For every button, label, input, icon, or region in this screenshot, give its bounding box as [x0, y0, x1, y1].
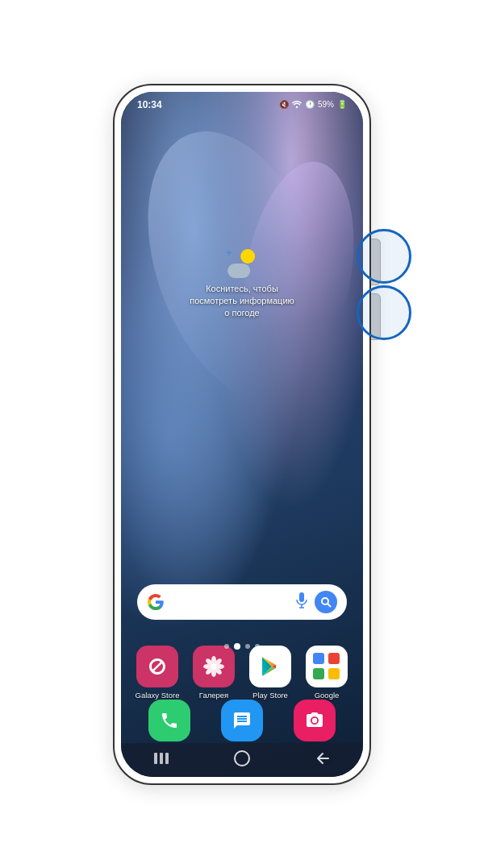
play-store-icon — [249, 646, 291, 687]
search-bar[interactable] — [137, 584, 347, 620]
nav-home-icon[interactable] — [234, 750, 250, 770]
volume-up-annotation-circle — [357, 229, 411, 284]
app-grid: Galaxy Store — [129, 646, 355, 700]
svg-point-4 — [322, 598, 328, 604]
galaxy-store-icon — [136, 646, 178, 687]
app-item-google[interactable]: Google — [301, 646, 353, 700]
svg-rect-1 — [299, 592, 304, 602]
google-apps-icon — [306, 646, 348, 687]
gallery-icon — [193, 646, 235, 687]
app-item-galaxy-store[interactable]: Galaxy Store — [131, 646, 183, 700]
dock — [133, 700, 351, 741]
svg-point-15 — [312, 717, 317, 722]
weather-text: Коснитесь, чтобы посмотреть информацию о… — [190, 283, 294, 320]
nav-bar — [121, 743, 363, 777]
page-dot-4 — [255, 644, 260, 649]
phone-screen: 10:34 🔇 🕐 59% 🔋 — [121, 92, 363, 777]
google-logo — [147, 593, 165, 611]
page-indicators — [224, 643, 260, 650]
status-bar: 10:34 🔇 🕐 59% 🔋 — [121, 92, 363, 118]
battery-indicator: 59% — [318, 100, 334, 109]
status-icons: 🔇 🕐 59% 🔋 — [279, 100, 347, 110]
volume-down-annotation-circle — [357, 285, 411, 340]
svg-rect-18 — [165, 753, 169, 764]
svg-rect-17 — [160, 753, 163, 764]
google-lens-icon[interactable] — [315, 591, 337, 613]
svg-point-0 — [296, 106, 298, 107]
alarm-icon: 🕐 — [305, 100, 315, 109]
mute-icon: 🔇 — [279, 100, 289, 109]
status-time: 10:34 — [137, 99, 162, 110]
dock-app-camera[interactable] — [294, 700, 336, 741]
galaxy-store-label: Galaxy Store — [136, 691, 180, 700]
weather-icon: + — [227, 249, 257, 278]
phone-shell: 10:34 🔇 🕐 59% 🔋 — [113, 84, 371, 785]
page-dot-3 — [245, 644, 250, 649]
dock-app-phone[interactable] — [148, 700, 190, 741]
gallery-label: Галерея — [199, 691, 228, 700]
page-container: 10:34 🔇 🕐 59% 🔋 — [0, 0, 484, 868]
play-store-label: Play Store — [252, 691, 288, 700]
app-item-play-store[interactable]: Play Store — [244, 646, 296, 700]
nav-back-icon[interactable] — [315, 752, 330, 768]
google-label: Google — [315, 691, 340, 700]
weather-widget[interactable]: + Коснитесь, чтобы посмотреть информацию… — [190, 249, 294, 320]
app-item-gallery[interactable]: Галерея — [188, 646, 240, 700]
battery-icon: 🔋 — [337, 100, 347, 109]
page-dot-1 — [224, 644, 229, 649]
svg-line-5 — [328, 604, 331, 607]
svg-rect-16 — [154, 753, 157, 764]
nav-recents-icon[interactable] — [154, 753, 169, 767]
dock-app-messages[interactable] — [221, 700, 263, 741]
wifi-icon — [292, 100, 302, 110]
microphone-icon[interactable] — [295, 592, 308, 612]
page-dot-2 — [234, 643, 240, 650]
svg-rect-19 — [235, 751, 249, 766]
